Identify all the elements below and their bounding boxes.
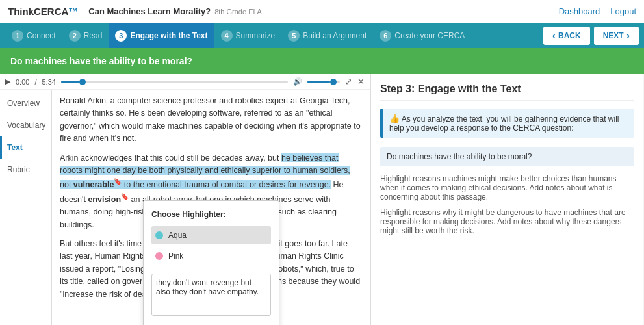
left-panel: 0:00 / 5:34 Overview Vocabulary Text Rub… <box>0 74 370 325</box>
step-argument[interactable]: 5 Build an Argument <box>281 23 373 48</box>
right-panel: Step 3: Engage with the Text As you anal… <box>370 74 643 325</box>
note-textarea[interactable]: they don't want revenge but also they do… <box>151 274 271 316</box>
text-paragraph-1: Ronald Arkin, a computer science profess… <box>60 95 362 146</box>
volume-icon[interactable] <box>293 77 302 86</box>
popup-title: Choose Highlighter: <box>151 209 271 221</box>
audio-progress-fill <box>61 81 79 83</box>
step-nav-items: 1 Connect 2 Read 3 Engage with the Text … <box>5 23 543 48</box>
vocabulary-word-vulnerable[interactable]: vulnerable <box>73 180 114 189</box>
step-read[interactable]: 2 Read <box>62 23 109 48</box>
dashboard-link[interactable]: Dashboard <box>559 6 600 16</box>
pink-label: Pink <box>168 250 183 263</box>
logout-link[interactable]: Logout <box>610 6 636 16</box>
text-panel[interactable]: Ronald Arkin, a computer science profess… <box>52 90 370 325</box>
color-option-aqua[interactable]: Aqua <box>151 226 271 245</box>
pink-dot <box>155 252 163 260</box>
highlighter-popup: Choose Highlighter: Aqua Pink they don't… <box>143 200 279 325</box>
aqua-dot <box>155 231 163 239</box>
sidebar: Overview Vocabulary Text Rubric <box>0 90 52 325</box>
volume-slider[interactable] <box>307 81 340 83</box>
sidebar-item-rubric[interactable]: Rubric <box>0 159 51 181</box>
task-section-1: Highlight reasons machines might make be… <box>380 174 634 202</box>
lesson-grade: 8th Grade ELA <box>214 8 262 16</box>
nav-buttons: BACK NEXT <box>543 27 639 45</box>
color-option-pink[interactable]: Pink <box>151 247 271 266</box>
cerca-question-display: Do machines have the ability to be moral… <box>380 147 634 166</box>
step-engage[interactable]: 3 Engage with the Text <box>109 23 214 48</box>
lesson-title: Can Machines Learn Morality? <box>88 6 211 16</box>
vocabulary-word-envision[interactable]: envision <box>88 195 121 204</box>
audio-progress-thumb <box>79 79 86 85</box>
logo: ThinkCERCA™ <box>8 6 78 17</box>
question-bar: Do machines have the ability to be moral… <box>0 48 644 74</box>
header: ThinkCERCA™ Can Machines Learn Morality?… <box>0 0 644 23</box>
audio-progress-slider[interactable] <box>61 81 288 83</box>
next-arrow-icon <box>626 30 630 42</box>
sidebar-item-vocabulary[interactable]: Vocabulary <box>0 114 51 136</box>
task-section-2: Highlight reasons why it might be danger… <box>380 208 634 235</box>
step-cerca[interactable]: 6 Create your CERCA <box>373 23 471 48</box>
task-2-label: Highlight reasons why it might be danger… <box>380 208 634 235</box>
sidebar-item-overview[interactable]: Overview <box>0 92 51 114</box>
close-audio-icon[interactable] <box>357 77 365 86</box>
volume-fill <box>307 81 330 83</box>
vocab-icon-envision: 🔖 <box>121 193 129 200</box>
audio-bar: 0:00 / 5:34 <box>0 74 370 90</box>
task-1-label: Highlight reasons machines might make be… <box>380 174 634 202</box>
back-arrow-icon <box>552 30 556 42</box>
instruction-icon <box>389 114 400 124</box>
step-connect[interactable]: 1 Connect <box>5 23 62 48</box>
expand-icon[interactable] <box>345 77 352 86</box>
volume-thumb <box>330 79 337 85</box>
content-area: Overview Vocabulary Text Rubric Ronald A… <box>0 90 370 325</box>
audio-time-current: 0:00 <box>16 78 29 86</box>
sidebar-item-text[interactable]: Text <box>0 136 51 159</box>
back-button[interactable]: BACK <box>543 27 590 45</box>
step-nav: 1 Connect 2 Read 3 Engage with the Text … <box>0 23 644 48</box>
step-panel-title: Step 3: Engage with the Text <box>380 83 634 101</box>
step-summarize[interactable]: 4 Summarize <box>214 23 282 48</box>
aqua-label: Aqua <box>168 229 187 242</box>
next-button[interactable]: NEXT <box>594 27 639 45</box>
audio-time-total: 5:34 <box>42 78 55 86</box>
main-layout: 0:00 / 5:34 Overview Vocabulary Text Rub… <box>0 74 644 325</box>
header-nav: Dashboard Logout <box>559 6 636 16</box>
play-icon[interactable] <box>5 77 10 86</box>
instruction-box: As you analyze the text, you will be gat… <box>380 109 634 138</box>
vocab-icon-vulnerable: 🔖 <box>114 178 122 185</box>
